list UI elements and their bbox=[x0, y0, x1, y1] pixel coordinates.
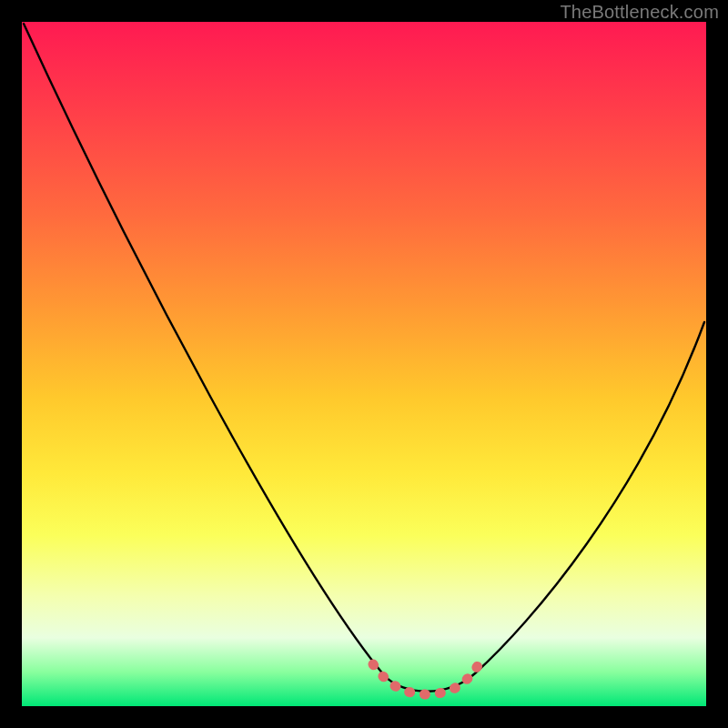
plot-area bbox=[22, 22, 706, 706]
bottleneck-curve-path bbox=[24, 24, 704, 692]
watermark-text: TheBottleneck.com bbox=[560, 2, 719, 23]
chart-stage: TheBottleneck.com bbox=[0, 0, 728, 728]
bottleneck-curve-svg bbox=[22, 22, 706, 706]
